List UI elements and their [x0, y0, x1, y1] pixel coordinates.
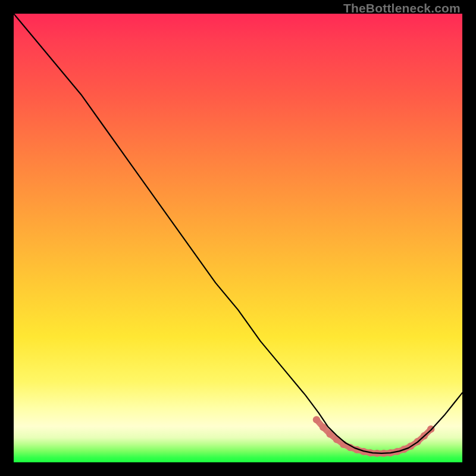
watermark: TheBottleneck.com — [343, 1, 461, 15]
optimal-range-dots — [313, 416, 435, 457]
plot-area — [14, 14, 462, 462]
chart-frame: TheBottleneck.com — [0, 0, 476, 476]
svg-point-0 — [313, 416, 320, 423]
bottleneck-curve — [14, 14, 462, 453]
chart-svg — [14, 14, 462, 462]
